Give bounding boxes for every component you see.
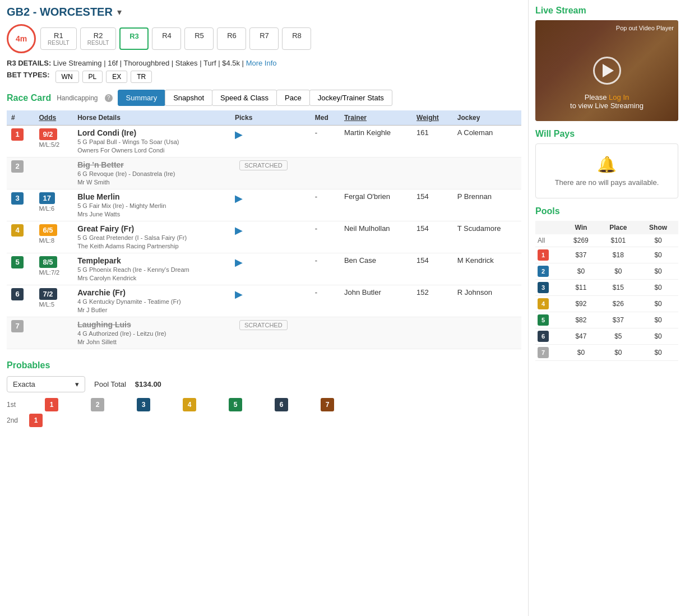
- ml-label: M/L:6: [39, 205, 55, 212]
- table-row: 46/5M/L:8Great Fairy (Fr)5 G Great Prete…: [7, 221, 521, 253]
- row-med-cell: -: [311, 126, 340, 158]
- race-card-title: Race Card: [7, 93, 51, 103]
- bet-types-label: BET TYPES:: [7, 71, 50, 83]
- race-button-r6[interactable]: R6: [217, 27, 246, 50]
- race-button-r1[interactable]: R1RESULT: [40, 27, 77, 50]
- play-button[interactable]: [593, 57, 621, 85]
- pop-out-label[interactable]: Pop out Video Player: [616, 25, 674, 31]
- horse-sub1: 5 G Fair Mix (Ire) - Mighty Merlin: [77, 202, 166, 209]
- row-number-cell: 4: [7, 221, 35, 253]
- race-details-info: Live Streaming | 16f | Thoroughbred | St…: [53, 59, 244, 67]
- more-info-link[interactable]: More Info: [246, 59, 277, 67]
- prob-second-label: 2nd: [7, 416, 29, 424]
- play-icon[interactable]: ▶: [235, 193, 243, 204]
- bet-type-tr[interactable]: TR: [131, 71, 152, 83]
- tab-jockey-trainer[interactable]: Jockey/Trainer Stats: [309, 90, 392, 106]
- pools-row-num: 1: [535, 247, 563, 263]
- row-num-badge: 7: [11, 320, 24, 332]
- pool-total-amount: $134.00: [135, 380, 161, 388]
- prob-header-num-4: 4: [167, 398, 212, 411]
- table-row: 317M/L:6Blue Merlin5 G Fair Mix (Ire) - …: [7, 189, 521, 221]
- pools-row: 4 $92 $26 $0: [535, 296, 678, 312]
- race-button-r5[interactable]: R5: [184, 27, 214, 50]
- col-jockey: Jockey: [453, 110, 521, 126]
- tab-speed-class[interactable]: Speed & Class: [212, 90, 277, 106]
- race-card-header: Race Card Handicapping ? SummarySnapshot…: [7, 90, 521, 106]
- row-weight-cell: 154: [412, 253, 453, 285]
- pools-row-win: $0: [563, 263, 598, 280]
- table-header-row: # Odds Horse Details Picks Med Trainer W…: [7, 110, 521, 126]
- race-button-r3[interactable]: R3: [119, 27, 149, 50]
- horse-sub2: Mrs Carolyn Kendrick: [77, 275, 136, 281]
- odds-badge: 6/5: [39, 224, 57, 236]
- login-link[interactable]: Log In: [609, 93, 629, 101]
- prob-header-num-3: 3: [121, 398, 166, 411]
- play-triangle-icon: [603, 64, 614, 77]
- race-details-label: R3 DETAILS:: [7, 59, 51, 67]
- row-horse-cell: Templepark5 G Phoenix Reach (Ire - Kenny…: [73, 253, 230, 285]
- row-med-cell: -: [311, 253, 340, 285]
- prob-header-num-2: 2: [75, 398, 120, 411]
- tab-summary[interactable]: Summary: [118, 90, 166, 106]
- pools-all-place: $101: [599, 234, 638, 247]
- row-picks-cell: ▶: [230, 285, 311, 317]
- ml-label: M/L:8: [39, 237, 55, 244]
- row-jockey-cell: P Brennan: [453, 189, 521, 221]
- race-button-r4[interactable]: R4: [152, 27, 181, 50]
- prob-header-num-5: 5: [213, 398, 258, 411]
- exacta-label: Exacta: [13, 380, 35, 388]
- pools-row-place: $15: [599, 280, 638, 296]
- row-odds-cell: 6/5M/L:8: [35, 221, 73, 253]
- horse-name: Lord Condi (Ire): [77, 128, 136, 137]
- row-number-cell: 1: [7, 126, 35, 158]
- pools-section: Pools Win Place Show All $269 $101 $0 1 …: [535, 206, 678, 361]
- horse-name: Avarchie (Fr): [77, 288, 126, 297]
- bet-type-pl[interactable]: PL: [82, 71, 103, 83]
- horse-sub2: The Keith Adams Racing Partnership: [77, 243, 178, 249]
- bell-icon: 🔔: [547, 155, 667, 174]
- will-pays-box: 🔔 There are no will pays available.: [535, 143, 678, 198]
- bet-type-wn[interactable]: WN: [55, 71, 79, 83]
- tab-pace[interactable]: Pace: [276, 90, 310, 106]
- race-button-r2[interactable]: R2RESULT: [80, 27, 117, 50]
- pools-row-show: $0: [638, 328, 678, 345]
- live-stream-box[interactable]: Pop out Video Player Please Log In to vi…: [535, 20, 678, 121]
- pools-row: 2 $0 $0 $0: [535, 263, 678, 280]
- prob-num-badge-6: 6: [275, 398, 288, 411]
- handicapping-help-icon[interactable]: ?: [105, 94, 113, 102]
- row-trainer-cell: Neil Mulhollan: [340, 221, 412, 253]
- prob-num-badge-7: 7: [321, 398, 334, 411]
- pools-row: 7 $0 $0 $0: [535, 345, 678, 361]
- row-weight-cell: 161: [412, 126, 453, 158]
- play-icon[interactable]: ▶: [235, 225, 243, 236]
- row-picks-cell: ▶: [230, 221, 311, 253]
- odds-badge: 17: [39, 192, 55, 204]
- pools-row-place: $0: [599, 263, 638, 280]
- row-num-badge: 1: [11, 128, 24, 141]
- race-card-tabs: SummarySnapshotSpeed & ClassPaceJockey/T…: [118, 90, 392, 106]
- pools-col-win: Win: [563, 221, 598, 234]
- horse-sub1: 4 G Kentucky Dynamite - Teatime (Fr): [77, 298, 180, 305]
- race-button-r7[interactable]: R7: [249, 27, 279, 50]
- race-button-r8[interactable]: R8: [282, 27, 311, 50]
- ml-label: M/L:5: [39, 301, 55, 308]
- table-row: 58/5M/L:7/2Templepark5 G Phoenix Reach (…: [7, 253, 521, 285]
- venue-dropdown-icon[interactable]: ▾: [117, 7, 122, 17]
- odds-badge: 7/2: [39, 288, 57, 300]
- play-icon[interactable]: ▶: [235, 289, 243, 300]
- pool-total-label: Pool Total: [94, 380, 126, 388]
- odds-badge: 9/2: [39, 128, 57, 140]
- probables-title: Probables: [7, 360, 521, 370]
- row-trainer-cell: John Butler: [340, 285, 412, 317]
- play-icon[interactable]: ▶: [235, 257, 243, 268]
- tab-snapshot[interactable]: Snapshot: [165, 90, 212, 106]
- pools-row-place: $18: [599, 247, 638, 263]
- horse-sub1: 5 G Papal Bull - Wings To Soar (Usa): [77, 138, 179, 145]
- bet-type-ex[interactable]: EX: [106, 71, 127, 83]
- pools-row: 6 $47 $5 $0: [535, 328, 678, 345]
- row-odds-cell: [35, 317, 73, 349]
- play-icon[interactable]: ▶: [235, 129, 243, 140]
- pools-row: 1 $37 $18 $0: [535, 247, 678, 263]
- row-jockey-cell: R Johnson: [453, 285, 521, 317]
- exacta-select[interactable]: Exacta ▾: [7, 376, 85, 392]
